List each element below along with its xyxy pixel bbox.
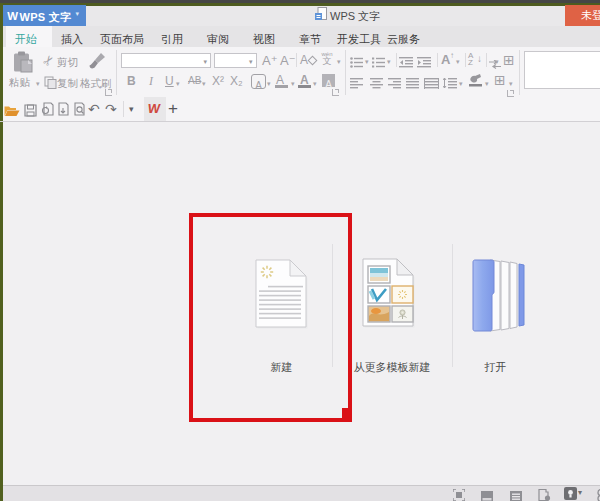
font-color-caret-icon[interactable]: ▾ <box>313 80 317 88</box>
font-name-combobox[interactable]: ▾ <box>121 53 211 69</box>
open-icon[interactable] <box>468 258 526 337</box>
output-icon[interactable] <box>41 102 55 120</box>
eye-protect-icon[interactable] <box>564 486 577 501</box>
save-icon[interactable] <box>24 103 37 121</box>
paste-label[interactable]: 粘贴 <box>9 76 30 90</box>
templates-label[interactable]: 从更多模板新建 <box>348 360 436 375</box>
bullets-caret-icon[interactable]: ▾ <box>365 58 369 66</box>
paste-caret-icon[interactable]: ▾ <box>36 80 40 88</box>
strikethrough-button[interactable]: AB <box>188 75 201 86</box>
text-direction-button[interactable]: A <box>441 52 450 67</box>
distribute-icon[interactable] <box>424 75 439 93</box>
wps-window: W WPS 文字 ▾ WPS 文字 未登录 开始 插入 页面布局 引用 审阅 视… <box>0 0 600 501</box>
shading-caret-icon[interactable]: ▾ <box>485 80 489 88</box>
subscript-button[interactable]: X₂ <box>230 74 243 88</box>
templates-icon[interactable] <box>362 258 418 335</box>
undo-icon[interactable]: ↶ <box>88 101 100 117</box>
line-spacing-caret-icon[interactable]: ▾ <box>459 80 463 88</box>
redo-icon[interactable]: ↷ <box>105 101 117 117</box>
paste-icon[interactable] <box>12 51 34 77</box>
pinyin-caret-icon[interactable]: ▾ <box>337 58 341 66</box>
char-shading-bar-icon <box>275 85 288 88</box>
new-document-tab-button[interactable]: + <box>168 99 178 119</box>
quickbar-separator <box>123 101 124 117</box>
italic-button[interactable]: I <box>149 74 153 89</box>
strikethrough-caret-icon[interactable]: ▾ <box>202 80 206 88</box>
tab-view[interactable]: 视图 <box>253 32 275 47</box>
app-menu-label: WPS 文字 <box>20 10 72 25</box>
app-menu-button[interactable]: W WPS 文字 ▾ <box>3 5 86 26</box>
pinyin-guide-button[interactable]: wén 文 <box>320 51 334 66</box>
increase-indent-icon[interactable] <box>417 54 431 72</box>
tab-page-layout[interactable]: 页面布局 <box>100 32 144 47</box>
char-border-caret-icon[interactable]: ▾ <box>267 80 271 88</box>
sort-arrow-icon: ↓ <box>477 53 482 64</box>
login-button[interactable]: 未登录 <box>565 5 600 26</box>
wps-logo-icon: W <box>7 10 18 23</box>
decrease-indent-icon[interactable] <box>399 54 413 72</box>
open-file-icon[interactable] <box>4 103 20 121</box>
align-right-icon[interactable] <box>388 75 401 93</box>
char-border-button[interactable]: A <box>251 74 266 89</box>
ribbon-separator <box>116 50 117 95</box>
shading-icon[interactable] <box>468 73 484 91</box>
font-size-caret-icon[interactable]: ▾ <box>249 58 253 66</box>
eye-protect-caret-icon[interactable]: ▾ <box>578 488 582 497</box>
fit-page-icon[interactable] <box>453 487 465 501</box>
underline-button[interactable]: U <box>165 74 174 88</box>
export-pdf-icon[interactable] <box>57 102 71 120</box>
wps-tab-logo-icon: W <box>147 101 161 116</box>
quickbar-menu-caret-icon[interactable]: ▾ <box>129 104 134 114</box>
text-direction-arrow-icon: ↑ <box>450 51 454 60</box>
numbering-icon[interactable] <box>372 54 385 72</box>
superscript-button[interactable]: X² <box>212 74 224 88</box>
zoom-control-icon[interactable] <box>595 487 600 501</box>
styles-gallery[interactable] <box>524 51 600 89</box>
web-layout-icon[interactable] <box>538 487 551 501</box>
bullets-icon[interactable] <box>350 54 363 72</box>
open-label[interactable]: 打开 <box>468 360 523 375</box>
grow-font-button[interactable]: A⁺ <box>262 53 278 68</box>
start-page-tab[interactable]: W <box>144 97 166 121</box>
format-painter-icon[interactable] <box>87 52 106 73</box>
align-left-icon[interactable] <box>350 75 363 93</box>
tab-section[interactable]: 章节 <box>299 32 321 47</box>
font-dialog-launcher[interactable] <box>332 89 339 96</box>
paragraph-dialog-launcher[interactable] <box>507 90 514 97</box>
title-bar <box>3 6 600 27</box>
tab-home[interactable]: 开始 <box>15 32 37 47</box>
cut-label[interactable]: 剪切 <box>57 56 78 70</box>
font-size-combobox[interactable]: ▾ <box>214 53 257 69</box>
outline-view-icon[interactable] <box>510 488 522 501</box>
borders-button[interactable]: ⊞ <box>494 72 506 88</box>
ribbon-separator <box>465 53 466 67</box>
copy-icon[interactable] <box>44 75 57 93</box>
copy-label[interactable]: 复制 <box>57 77 78 91</box>
underline-caret-icon[interactable]: ▾ <box>176 80 180 88</box>
tab-insert[interactable]: 插入 <box>61 32 83 47</box>
text-direction-caret-icon[interactable]: ▾ <box>456 58 460 66</box>
borders-caret-icon[interactable]: ▾ <box>509 80 513 88</box>
clipboard-dialog-launcher[interactable] <box>105 89 112 96</box>
insert-table-button[interactable]: ⊞ <box>503 52 515 68</box>
shrink-font-button[interactable]: A⁻ <box>280 53 296 68</box>
tab-developer[interactable]: 开发工具 <box>337 32 381 47</box>
font-name-caret-icon[interactable]: ▾ <box>203 58 207 66</box>
document-icon <box>315 7 327 25</box>
show-marks-caret-icon[interactable]: ▾ <box>495 58 499 66</box>
print-preview-icon[interactable] <box>73 102 87 120</box>
sort-button[interactable]: A Z <box>468 52 477 66</box>
highlight-button[interactable]: A <box>322 74 335 87</box>
page-view-icon[interactable] <box>481 488 493 501</box>
numbering-caret-icon[interactable]: ▾ <box>387 58 391 66</box>
ribbon-separator <box>396 53 397 67</box>
tab-cloud[interactable]: 云服务 <box>387 32 420 47</box>
align-center-icon[interactable] <box>370 75 383 93</box>
line-spacing-icon[interactable] <box>443 75 457 93</box>
tab-references[interactable]: 引用 <box>161 32 183 47</box>
annotation-rectangle <box>189 213 352 422</box>
bold-button[interactable]: B <box>127 74 136 88</box>
justify-icon[interactable] <box>406 75 419 93</box>
tab-review[interactable]: 审阅 <box>207 32 229 47</box>
char-shading-caret-icon[interactable]: ▾ <box>291 80 295 88</box>
